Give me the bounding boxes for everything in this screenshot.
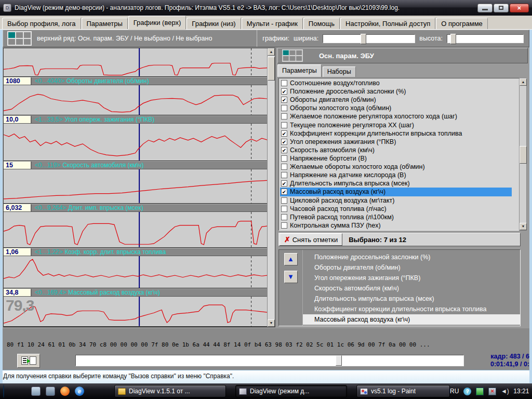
tab-3[interactable]: Графики (верх) [128,16,187,29]
scroll-up-icon[interactable]: ▲ [520,78,527,86]
param-row[interactable]: ✔Коэффициент коррекции длительности впры… [280,129,512,138]
param-row[interactable]: Напряжение на датчике кислорода (В) [280,171,512,179]
chart-title[interactable]: <0...9,264> Длит. имп. впрыска (мсек) [32,204,267,211]
update-tray-icon[interactable] [476,388,484,395]
panel-row-selector[interactable] [282,49,303,62]
move-up-button[interactable]: ▲ [284,253,298,265]
height-slider-thumb[interactable] [450,34,456,44]
param-row[interactable]: ✔Угол опережения зажигания (°ПКВ) [280,138,512,146]
chart-scrollbar-thumb[interactable] [268,57,275,81]
volume-tray-icon[interactable]: ◄) [501,388,509,395]
checkbox-icon[interactable] [281,197,287,204]
language-indicator[interactable]: RU [450,388,459,395]
param-row[interactable]: Контрольная сумма ПЗУ (hex) [280,221,512,230]
selected-row[interactable]: Обороты двигателя (об/мин) [303,262,520,273]
param-list-scrollbar[interactable]: ▲ ▼ [519,78,527,231]
width-slider[interactable] [323,34,415,43]
checkbox-icon[interactable] [281,172,287,178]
chart-plot[interactable] [4,85,267,116]
selected-row[interactable]: Скорость автомобиля (км\ч) [303,283,520,294]
network-tray-icon[interactable]: ✕ [488,388,496,395]
checkbox-icon[interactable] [281,222,287,229]
chart-title[interactable]: <0...119> Скорость автомобиля (км\ч) [32,162,267,169]
param-row[interactable]: Часовой расход топлива (л\час) [280,205,512,213]
tab-6[interactable]: Помощь [303,18,340,29]
param-row[interactable]: Напряжение бортсети (В) [280,154,512,163]
clear-marks-button[interactable]: ✗ Снять отметки [280,233,342,246]
param-row[interactable]: Соотношение воздух/топливо [280,79,512,87]
panel-tab-2[interactable]: Наборы [323,66,356,77]
chart-title[interactable]: <0...169,4> Массовый расход воздуха (кг\… [32,289,267,296]
tab-1[interactable]: Выбор профиля, лога [2,18,81,29]
frame-position-slider[interactable] [75,355,464,366]
checkbox-icon[interactable] [281,105,287,111]
param-row[interactable]: Желаемое положение регулятора холостого … [280,112,512,121]
selected-row[interactable]: Коэффициент коррекции длительности впрыс… [303,304,520,314]
checkbox-checked-icon[interactable]: ✔ [281,139,287,145]
param-row[interactable]: ✔Положение дроссельной заслонки (%) [280,87,512,96]
selected-row[interactable]: Длительность импульса впрыска (мсек) [303,294,520,304]
row-layout-selector[interactable] [7,31,32,46]
scroll-down-icon[interactable]: ▼ [268,320,275,327]
checkbox-icon[interactable] [281,80,287,86]
tab-7[interactable]: Настройки, Полный доступ [340,18,435,29]
internet-explorer-icon[interactable]: e [75,387,84,396]
checkbox-checked-icon[interactable]: ✔ [281,180,287,187]
checkbox-icon[interactable] [281,206,287,212]
start-button[interactable] [3,384,4,398]
checkbox-icon[interactable] [281,164,287,170]
taskbar-button[interactable]: vs5.1 log - Paint [356,385,450,397]
move-down-button[interactable]: ▼ [284,271,298,283]
frame-slider-thumb[interactable] [336,355,342,366]
show-desktop-icon[interactable] [31,387,41,396]
chart-plot[interactable] [4,124,267,161]
maximize-button[interactable] [494,4,509,12]
param-row[interactable]: Цикловой расход воздуха (мг\такт) [280,196,512,205]
param-row[interactable]: ✔Длительность импульса впрыска (мсек) [280,179,512,188]
selected-row[interactable]: Массовый расход воздуха (кг\ч) [303,314,520,325]
checkbox-checked-icon[interactable]: ✔ [281,130,287,137]
param-row[interactable]: ✔Скорость автомобиля (км\ч) [280,146,512,154]
title-bar[interactable]: D DiagView (режим демо-версии) - анализа… [0,0,532,16]
checkbox-checked-icon[interactable]: ✔ [281,88,287,95]
frame-step-button[interactable] [17,354,40,368]
chart-plot[interactable]: 79,3 [4,297,267,327]
checkbox-icon[interactable] [281,122,287,128]
param-row[interactable]: ✔Массовый расход воздуха (кг\ч) [280,188,512,196]
selected-row[interactable]: Положение дроссельной заслонки (%) [303,252,520,262]
chart-plot[interactable] [4,169,267,204]
tab-4[interactable]: Графики (низ) [187,18,241,29]
chart-title[interactable]: <1...1,22> Коэф. корр. длит. впрыска топ… [32,248,267,256]
checkbox-checked-icon[interactable]: ✔ [281,147,287,153]
tab-5[interactable]: Мульти - график [242,18,303,29]
panel-tab-1[interactable]: Параметры [277,64,322,77]
taskbar-button[interactable]: DiagView (режим д... [235,385,347,397]
tab-8[interactable]: О программе [436,18,488,29]
chart-plot[interactable] [4,212,267,248]
param-row[interactable]: Обороты холостого хода (об/мин) [280,104,512,112]
tab-2[interactable]: Параметры [82,18,128,29]
checkbox-icon[interactable] [281,214,287,220]
checkbox-checked-icon[interactable]: ✔ [281,97,287,103]
width-slider-thumb[interactable] [361,34,366,44]
checkbox-checked-icon[interactable]: ✔ [281,189,287,195]
taskbar-button[interactable]: DiagView v.1.5.1 от ... [114,385,226,397]
chart-title[interactable]: <0...4040> Обороты двигателя (об/мин) [32,77,267,85]
switch-windows-icon[interactable] [46,387,55,396]
selected-row[interactable]: Угол опережения зажигания (°ПКВ) [303,273,520,283]
chart-scrollbar[interactable]: ▲ ▼ [267,48,275,327]
height-slider[interactable] [447,34,524,43]
param-row[interactable]: ✔Обороты двигателя (об/мин) [280,96,512,104]
firefox-icon[interactable] [60,387,70,396]
param-row[interactable]: Желаемые обороты холостого хода (об\мин) [280,163,512,171]
param-row[interactable]: Путевой расход топлива (л\100км) [280,213,512,221]
checkbox-icon[interactable] [281,113,287,119]
param-scrollbar-thumb[interactable] [520,146,527,164]
param-row[interactable]: Текущее положение регулятора XX (шаг) [280,121,512,129]
close-button[interactable]: ✕ [510,4,529,12]
chart-plot[interactable] [4,48,267,77]
scroll-down-icon[interactable]: ▼ [520,223,527,230]
help-tray-icon[interactable]: ? [463,388,471,395]
minimize-button[interactable] [477,4,493,12]
checkbox-icon[interactable] [281,155,287,162]
